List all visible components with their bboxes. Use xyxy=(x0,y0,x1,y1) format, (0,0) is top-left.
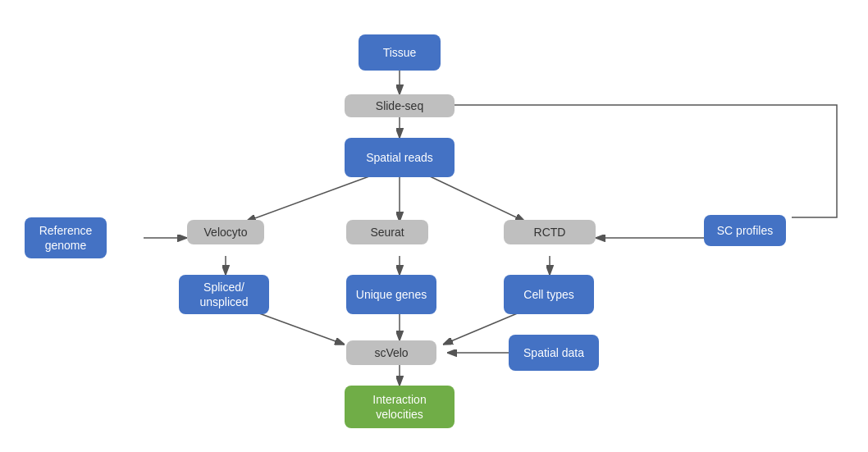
rctd-label: RCTD xyxy=(534,225,566,240)
svg-line-12 xyxy=(250,310,345,345)
cell-types-label: Cell types xyxy=(523,287,573,302)
rctd-node: RCTD xyxy=(504,220,596,244)
reference-genome-node: Reference genome xyxy=(25,217,107,258)
spatial-reads-node: Spatial reads xyxy=(345,138,455,177)
scvelo-label: scVelo xyxy=(374,345,408,360)
interaction-velocities-node: Interaction velocities xyxy=(345,386,455,428)
spatial-reads-label: Spatial reads xyxy=(366,150,433,165)
tissue-label: Tissue xyxy=(383,45,417,60)
spatial-data-node: Spatial data xyxy=(509,335,599,371)
velocyto-label: Velocyto xyxy=(204,225,248,240)
diagram: Tissue Slide-seq Spatial reads Reference… xyxy=(0,0,868,452)
tissue-node: Tissue xyxy=(359,34,441,71)
reference-genome-label: Reference genome xyxy=(33,223,98,253)
cell-types-node: Cell types xyxy=(504,275,594,314)
svg-line-3 xyxy=(246,176,369,221)
sc-profiles-label: SC profiles xyxy=(717,223,773,238)
sc-profiles-node: SC profiles xyxy=(704,215,786,246)
slideseq-node: Slide-seq xyxy=(345,94,455,117)
spliced-unspliced-label: Spliced/ unspliced xyxy=(187,280,261,309)
scvelo-node: scVelo xyxy=(346,340,436,365)
seurat-node: Seurat xyxy=(346,220,428,244)
svg-line-5 xyxy=(430,176,525,221)
unique-genes-node: Unique genes xyxy=(346,275,436,314)
velocyto-node: Velocyto xyxy=(187,220,264,244)
slideseq-label: Slide-seq xyxy=(376,98,423,113)
spliced-unspliced-node: Spliced/ unspliced xyxy=(179,275,269,314)
interaction-velocities-label: Interaction velocities xyxy=(353,392,446,422)
seurat-label: Seurat xyxy=(370,225,404,240)
unique-genes-label: Unique genes xyxy=(356,287,427,302)
spatial-data-label: Spatial data xyxy=(523,345,584,360)
